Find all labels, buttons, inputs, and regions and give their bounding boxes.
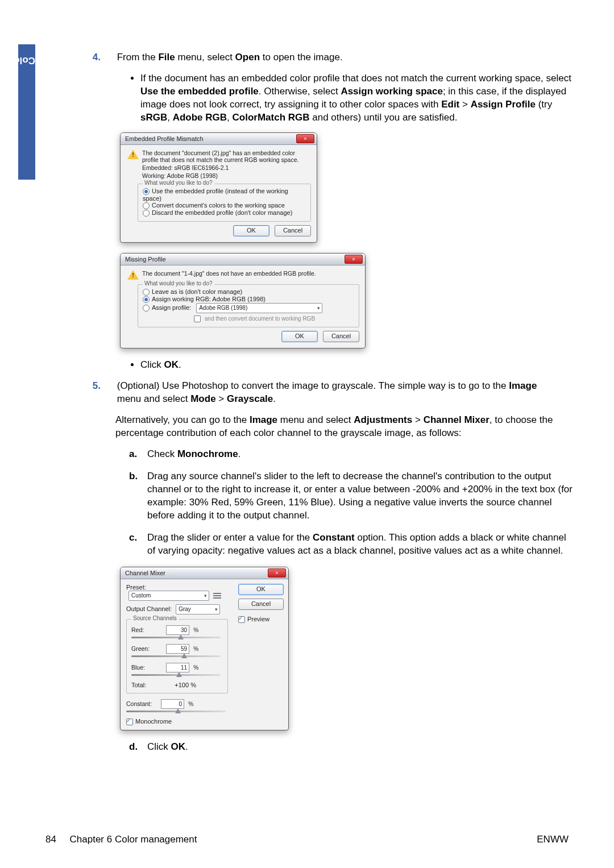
dialog-message: The document "1-4.jpg" does not have an … (142, 270, 316, 280)
monochrome-checkbox[interactable]: Monochrome (126, 718, 228, 725)
warning-icon (127, 270, 139, 280)
constant-row: Constant: 0 % (126, 699, 228, 712)
preset-menu-icon[interactable] (213, 592, 221, 599)
cancel-button[interactable]: Cancel (323, 331, 359, 342)
constant-input[interactable]: 0 (161, 699, 184, 709)
close-button[interactable]: × (268, 568, 286, 578)
step5-alt-paragraph: Alternatively, you can go to the Image m… (115, 414, 574, 440)
missing-profile-dialog: Missing Profile × The document "1-4.jpg"… (120, 253, 366, 348)
blue-slider[interactable] (131, 674, 221, 676)
chapter-label: Chapter 6 Color management (70, 834, 197, 845)
cancel-button[interactable]: Cancel (275, 225, 311, 236)
dialog-title: Missing Profile (123, 256, 345, 263)
blue-input[interactable]: 11 (166, 663, 189, 672)
sub-c: c. Drag the slider or enter a value for … (129, 531, 574, 558)
step-number: 4. (44, 51, 101, 64)
assign-profile-dropdown[interactable]: Adobe RGB (1998) (196, 303, 322, 313)
output-channel-dropdown[interactable]: Gray (176, 604, 220, 614)
page-footer: 84 Chapter 6 Color management ENWW (45, 834, 569, 845)
page-number: 84 (45, 834, 56, 845)
dialog-message: The document "document (2).jpg" has an e… (142, 149, 311, 163)
red-row: Red: 30 % (131, 625, 223, 638)
sub-b: b. Drag any source channel's slider to t… (129, 470, 574, 522)
step-number: 5. (44, 380, 101, 393)
green-input[interactable]: 59 (166, 644, 189, 654)
preview-checkbox[interactable]: Preview (238, 616, 284, 623)
cancel-button[interactable]: Cancel (238, 599, 284, 610)
step4-bullet-2: Click OK. (140, 359, 574, 372)
close-button[interactable]: × (296, 134, 314, 143)
sub-d: d. Click OK. (129, 741, 574, 754)
ok-button[interactable]: OK (281, 331, 318, 342)
section-tab-label: Color management (0, 49, 35, 66)
option-discard[interactable]: Discard the embedded profile (don't colo… (143, 209, 306, 217)
red-input[interactable]: 30 (166, 625, 189, 635)
option-convert[interactable]: Convert document's colors to the working… (143, 202, 306, 209)
close-button[interactable]: × (345, 255, 363, 264)
embedded-profile-mismatch-dialog: Embedded Profile Mismatch × The document… (120, 132, 317, 243)
channel-mixer-dialog: Channel Mixer × Preset: Custom Output Ch… (120, 567, 289, 730)
option-assign-profile[interactable]: Assign profile: Adobe RGB (1998) (143, 303, 354, 313)
green-slider[interactable] (131, 655, 221, 657)
step-4: 4. From the File menu, select Open to op… (44, 51, 574, 64)
dialog-title: Channel Mixer (123, 570, 268, 576)
convert-after-assign-checkbox[interactable] (194, 315, 201, 322)
green-row: Green: 59 % (131, 644, 223, 657)
embedded-profile-row: Embedded: sRGB IEC61966-2.1 (142, 164, 311, 171)
constant-slider[interactable] (126, 711, 226, 712)
ok-button[interactable]: OK (238, 584, 284, 595)
option-leave-as-is[interactable]: Leave as is (don't color manage) (143, 288, 354, 296)
red-slider[interactable] (131, 637, 221, 638)
preset-dropdown[interactable]: Custom (128, 591, 209, 601)
dialog-title: Embedded Profile Mismatch (123, 135, 296, 142)
working-profile-row: Working: Adobe RGB (1998) (142, 172, 311, 179)
warning-icon (127, 149, 139, 159)
option-use-embedded[interactable]: Use the embedded profile (instead of the… (143, 188, 306, 202)
footer-brand: ENWW (537, 834, 569, 845)
option-assign-working-rgb[interactable]: Assign working RGB: Adobe RGB (1998) (143, 296, 354, 303)
ok-button[interactable]: OK (233, 225, 269, 236)
blue-row: Blue: 11 % (131, 663, 223, 676)
section-tab: Color management (18, 44, 35, 180)
sub-a: a. Check Monochrome. (129, 448, 574, 461)
step-5: 5. (Optional) Use Photoshop to convert t… (44, 380, 574, 406)
step4-bullet-1: If the document has an embedded color pr… (140, 72, 574, 124)
